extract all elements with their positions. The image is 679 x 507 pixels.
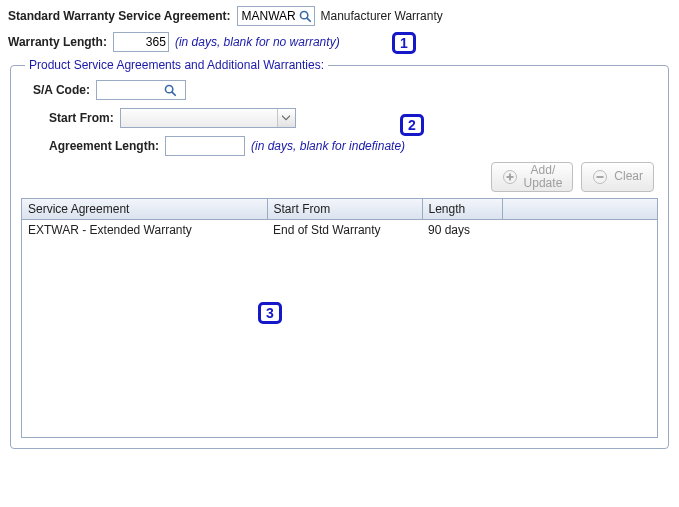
warranty-length-hint: (in days, blank for no warranty) — [175, 35, 340, 49]
svg-line-3 — [172, 92, 175, 95]
sa-code-input[interactable] — [101, 82, 161, 98]
start-from-dropdown[interactable] — [120, 108, 296, 128]
cell-length: 90 days — [422, 220, 502, 241]
agreements-table: Service Agreement Start From Length EXTW… — [22, 199, 657, 240]
col-length[interactable]: Length — [422, 199, 502, 220]
group-legend: Product Service Agreements and Additiona… — [25, 58, 328, 72]
sa-code-row: S/A Code: — [33, 80, 658, 100]
sa-code-label: S/A Code: — [33, 83, 90, 97]
agreement-length-row: Agreement Length: (in days, blank for in… — [33, 136, 658, 156]
agreement-length-input[interactable] — [166, 137, 244, 155]
col-blank — [502, 199, 657, 220]
plus-icon — [502, 169, 518, 185]
std-warranty-input[interactable] — [242, 8, 296, 24]
cell-start-from: End of Std Warranty — [267, 220, 422, 241]
sa-code-field[interactable] — [96, 80, 186, 100]
col-start-from[interactable]: Start From — [267, 199, 422, 220]
chevron-down-icon[interactable] — [277, 109, 295, 127]
warranty-length-input[interactable] — [118, 34, 166, 50]
agreements-table-wrap: Service Agreement Start From Length EXTW… — [21, 198, 658, 438]
table-row[interactable]: EXTWAR - Extended Warranty End of Std Wa… — [22, 220, 657, 241]
agreement-length-hint: (in days, blank for indefinate) — [251, 139, 405, 153]
svg-line-1 — [307, 18, 310, 21]
lookup-icon[interactable] — [163, 83, 177, 97]
warranty-length-row: Warranty Length: (in days, blank for no … — [8, 32, 671, 52]
lookup-icon[interactable] — [298, 9, 312, 23]
std-warranty-label: Standard Warranty Service Agreement: — [8, 9, 231, 23]
minus-icon — [592, 169, 608, 185]
agreement-length-field[interactable] — [165, 136, 245, 156]
agreement-length-label: Agreement Length: — [49, 139, 159, 153]
start-from-value — [121, 109, 277, 127]
cell-service-agreement: EXTWAR - Extended Warranty — [22, 220, 267, 241]
clear-button-label: Clear — [614, 170, 643, 183]
start-from-label: Start From: — [49, 111, 114, 125]
std-warranty-description: Manufacturer Warranty — [321, 9, 443, 23]
std-warranty-field[interactable] — [237, 6, 315, 26]
add-update-button[interactable]: Add/ Update — [491, 162, 574, 192]
clear-button[interactable]: Clear — [581, 162, 654, 192]
warranty-length-label: Warranty Length: — [8, 35, 107, 49]
std-warranty-row: Standard Warranty Service Agreement: Man… — [8, 6, 671, 26]
group-inner: S/A Code: Start From: Agr — [21, 80, 658, 156]
product-service-agreements-group: Product Service Agreements and Additiona… — [10, 58, 669, 449]
warranty-length-field[interactable] — [113, 32, 169, 52]
col-service-agreement[interactable]: Service Agreement — [22, 199, 267, 220]
button-row: Add/ Update Clear — [21, 162, 658, 192]
add-update-button-label: Add/ Update — [524, 164, 563, 190]
table-header-row: Service Agreement Start From Length — [22, 199, 657, 220]
start-from-row: Start From: — [33, 108, 658, 128]
